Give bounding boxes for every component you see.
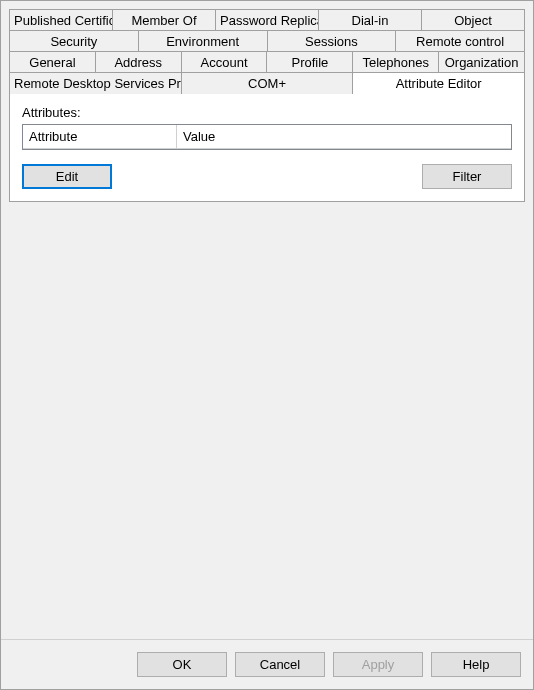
tab-security[interactable]: Security: [9, 30, 139, 52]
tab-attribute-editor[interactable]: Attribute Editor: [353, 72, 525, 94]
tab-telephones[interactable]: Telephones: [353, 51, 439, 73]
tab-published-certificates[interactable]: Published Certificates: [9, 9, 113, 31]
tab-profile[interactable]: Profile: [267, 51, 353, 73]
tab-remote-control[interactable]: Remote control: [396, 30, 525, 52]
tab-rows: Published CertificatesMember OfPassword …: [9, 9, 525, 93]
tab-address[interactable]: Address: [96, 51, 182, 73]
tab-remote-desktop-services-profile[interactable]: Remote Desktop Services Profile: [9, 72, 182, 94]
tab-object[interactable]: Object: [422, 9, 525, 31]
tab-row-4: Remote Desktop Services ProfileCOM+Attri…: [9, 72, 525, 93]
tab-environment[interactable]: Environment: [139, 30, 268, 52]
edit-button[interactable]: Edit: [22, 164, 112, 189]
attributes-listview[interactable]: Attribute Value title<not set>uid<not se…: [22, 124, 512, 150]
tab-row-2: SecurityEnvironmentSessionsRemote contro…: [9, 30, 525, 51]
column-header-value[interactable]: Value: [177, 125, 511, 148]
tab-account[interactable]: Account: [182, 51, 268, 73]
attributes-label: Attributes:: [22, 105, 512, 120]
filter-button[interactable]: Filter: [422, 164, 512, 189]
tab-content-attribute-editor: Attributes: Attribute Value title<not se…: [9, 92, 525, 202]
list-header: Attribute Value: [23, 125, 511, 149]
tab-sessions[interactable]: Sessions: [268, 30, 397, 52]
tab-organization[interactable]: Organization: [439, 51, 525, 73]
tab-dial-in[interactable]: Dial-in: [319, 9, 422, 31]
help-button[interactable]: Help: [431, 652, 521, 677]
properties-dialog: Published CertificatesMember OfPassword …: [0, 0, 534, 690]
column-header-attribute[interactable]: Attribute: [23, 125, 177, 148]
tab-area: Published CertificatesMember OfPassword …: [1, 1, 533, 202]
tab-row-1: Published CertificatesMember OfPassword …: [9, 9, 525, 30]
tab-general[interactable]: General: [9, 51, 96, 73]
tab-row-3: GeneralAddressAccountProfileTelephonesOr…: [9, 51, 525, 72]
tab-password-replication[interactable]: Password Replication: [216, 9, 319, 31]
tab-member-of[interactable]: Member Of: [113, 9, 216, 31]
apply-button[interactable]: Apply: [333, 652, 423, 677]
cancel-button[interactable]: Cancel: [235, 652, 325, 677]
mid-buttons: Edit Filter: [22, 164, 512, 189]
dialog-button-bar: OK Cancel Apply Help: [1, 639, 533, 689]
tab-com-[interactable]: COM+: [182, 72, 354, 94]
ok-button[interactable]: OK: [137, 652, 227, 677]
